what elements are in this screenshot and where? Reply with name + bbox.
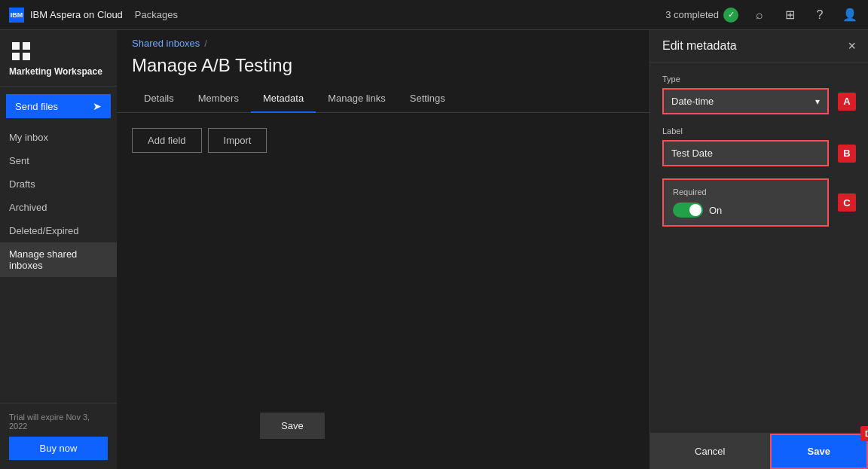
save-button[interactable]: Save — [770, 434, 869, 469]
completed-badge: 3 completed ✓ — [665, 8, 738, 23]
tab-content: Add field Import — [117, 113, 649, 469]
close-button[interactable]: × — [848, 39, 856, 53]
completed-text: 3 completed — [665, 9, 719, 20]
add-field-button[interactable]: Add field — [132, 128, 202, 153]
label-field-group: Label B — [662, 126, 856, 166]
app-icon — [9, 39, 33, 63]
tab-metadata[interactable]: Metadata — [251, 85, 316, 113]
packages-nav[interactable]: Packages — [135, 9, 178, 20]
main-layout: Marketing Workspace Send files ➤ My inbo… — [0, 30, 868, 469]
annotation-c: C — [838, 193, 856, 212]
sidebar-item-manage-shared-inboxes[interactable]: Manage shared inboxes — [0, 242, 117, 277]
topbar-left: IBM IBM Aspera on Cloud Packages — [9, 8, 178, 23]
annotation-d: D — [860, 426, 868, 441]
right-panel-header: Edit metadata × — [650, 30, 868, 62]
sidebar-item-drafts[interactable]: Drafts — [0, 172, 117, 196]
topbar: IBM IBM Aspera on Cloud Packages 3 compl… — [0, 0, 868, 30]
tab-details[interactable]: Details — [132, 85, 186, 113]
breadcrumb-separator: / — [204, 38, 207, 49]
content-area: Shared inboxes / Manage A/B Testing Deta… — [117, 30, 649, 469]
right-panel-body: Type Date-time ▾ A Label B — [650, 62, 868, 433]
right-panel-title: Edit metadata — [662, 39, 737, 53]
sidebar: Marketing Workspace Send files ➤ My inbo… — [0, 30, 117, 469]
action-buttons: Add field Import — [132, 128, 634, 153]
required-section: Required On — [662, 178, 829, 227]
annotation-a: A — [838, 93, 856, 111]
sidebar-app-title: Marketing Workspace — [9, 66, 108, 77]
trial-text: Trial will expire Nov 3, 2022 — [9, 413, 108, 431]
sidebar-logo-area: Marketing Workspace — [0, 30, 117, 87]
user-icon[interactable]: 👤 — [841, 8, 859, 22]
type-field-label: Type — [662, 75, 856, 84]
send-files-button[interactable]: Send files ➤ — [6, 94, 111, 118]
page-title: Manage A/B Testing — [117, 49, 649, 76]
import-button[interactable]: Import — [208, 128, 267, 153]
toggle-row: On — [673, 203, 818, 218]
topbar-right: 3 completed ✓ ⌕ ⊞ ? 👤 — [665, 8, 859, 23]
label-input[interactable] — [662, 140, 829, 166]
sidebar-footer: Trial will expire Nov 3, 2022 Buy now — [0, 403, 117, 469]
toggle-state-text: On — [709, 205, 722, 216]
sidebar-item-my-inbox[interactable]: My inbox — [0, 126, 117, 149]
breadcrumb-shared-inboxes[interactable]: Shared inboxes — [132, 38, 200, 49]
type-field-group: Type Date-time ▾ A — [662, 75, 856, 114]
svg-rect-0 — [12, 42, 20, 50]
brand-name: IBM Aspera on Cloud — [30, 9, 123, 20]
apps-icon[interactable]: ⊞ — [781, 8, 799, 22]
chevron-down-icon: ▾ — [815, 96, 820, 107]
content-save-button[interactable]: Save — [260, 413, 325, 439]
right-panel-footer: Cancel Save D — [650, 433, 868, 469]
help-icon[interactable]: ? — [811, 8, 829, 22]
cancel-button[interactable]: Cancel — [650, 434, 770, 469]
required-field-label: Required — [673, 187, 818, 196]
sidebar-item-archived[interactable]: Archived — [0, 196, 117, 219]
ibm-logo: IBM — [9, 8, 24, 23]
label-field-label: Label — [662, 126, 856, 136]
tab-manage-links[interactable]: Manage links — [316, 85, 398, 113]
tab-members[interactable]: Members — [186, 85, 251, 113]
required-toggle[interactable] — [673, 203, 703, 218]
check-icon: ✓ — [723, 8, 738, 23]
sidebar-item-sent[interactable]: Sent — [0, 149, 117, 172]
required-field-group: Required On C — [662, 178, 856, 227]
right-panel: Edit metadata × Type Date-time ▾ A Label — [649, 30, 868, 469]
search-icon[interactable]: ⌕ — [750, 8, 769, 22]
toggle-knob — [689, 204, 701, 216]
type-value: Date-time — [671, 96, 714, 107]
tab-bar: Details Members Metadata Manage links Se… — [117, 85, 649, 113]
svg-rect-1 — [23, 42, 30, 50]
tab-settings[interactable]: Settings — [398, 85, 457, 113]
svg-rect-3 — [23, 53, 30, 60]
svg-rect-2 — [12, 53, 20, 60]
sidebar-nav: My inbox Sent Drafts Archived Deleted/Ex… — [0, 126, 117, 403]
send-arrow-icon: ➤ — [93, 100, 102, 112]
annotation-b: B — [838, 145, 856, 163]
buy-now-button[interactable]: Buy now — [9, 437, 108, 460]
topbar-brand: IBM IBM Aspera on Cloud — [9, 8, 123, 23]
save-button-wrapper: Save D — [770, 434, 869, 469]
type-select[interactable]: Date-time ▾ — [662, 88, 829, 114]
sidebar-item-deleted-expired[interactable]: Deleted/Expired — [0, 219, 117, 242]
breadcrumb: Shared inboxes / — [117, 30, 649, 49]
